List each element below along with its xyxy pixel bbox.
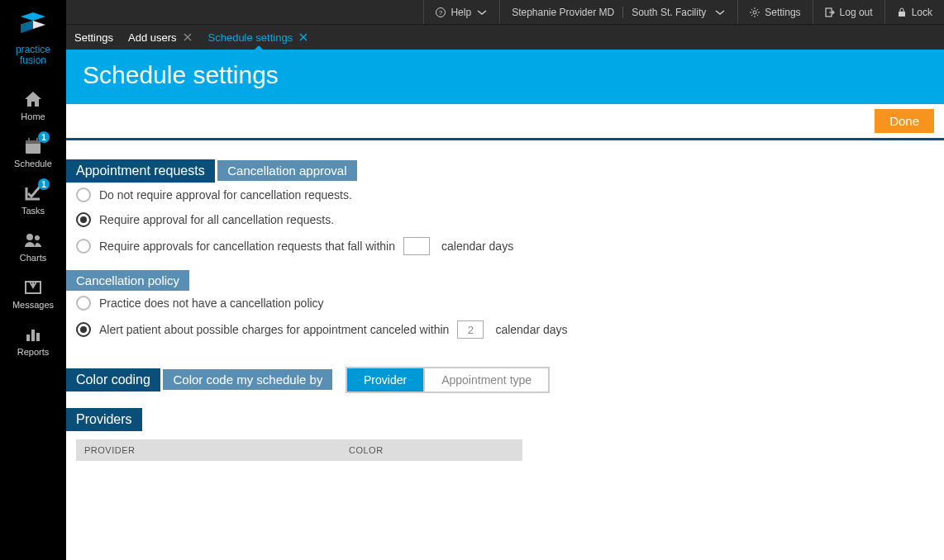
svg-rect-11 bbox=[26, 335, 30, 341]
tab-label: Add users bbox=[128, 31, 177, 44]
badge: 1 bbox=[38, 178, 50, 190]
sidebar-item-label: Home bbox=[21, 112, 45, 121]
sidebar-item-charts[interactable]: Charts bbox=[0, 222, 66, 269]
option-no-approval[interactable]: Do not require approval for cancellation… bbox=[66, 183, 926, 207]
lock-label: Lock bbox=[912, 7, 932, 18]
logout-button[interactable]: Log out bbox=[813, 0, 884, 24]
help-menu[interactable]: ? Help bbox=[423, 0, 499, 24]
svg-marker-0 bbox=[21, 12, 45, 21]
close-icon[interactable] bbox=[182, 31, 193, 43]
section-appointment-requests: Appointment requests bbox=[66, 159, 215, 183]
tab-settings[interactable]: Settings bbox=[74, 25, 113, 50]
lock-icon bbox=[897, 7, 907, 17]
option-label: Require approval for all cancellation re… bbox=[99, 213, 334, 226]
content-scroll[interactable]: Appointment requests Cancellation approv… bbox=[66, 140, 944, 560]
radio-button[interactable] bbox=[76, 322, 91, 337]
logout-label: Log out bbox=[840, 7, 873, 18]
policy-days-input[interactable] bbox=[457, 320, 484, 339]
close-icon[interactable] bbox=[298, 31, 309, 43]
tabbar: Settings Add users Schedule settings bbox=[66, 25, 944, 50]
svg-rect-18 bbox=[899, 12, 905, 17]
radio-button[interactable] bbox=[76, 239, 91, 254]
sidebar-item-home[interactable]: Home bbox=[0, 81, 66, 128]
sidebar-item-messages[interactable]: Messages bbox=[0, 269, 66, 316]
svg-point-16 bbox=[753, 11, 756, 14]
option-label: Require approvals for cancellation reque… bbox=[99, 240, 395, 253]
topbar: ? Help Stephanie Provider MD South St. F… bbox=[66, 0, 944, 25]
gear-icon bbox=[750, 7, 760, 17]
svg-rect-12 bbox=[31, 330, 35, 341]
sidebar-item-label: Tasks bbox=[21, 206, 45, 216]
svg-rect-5 bbox=[28, 138, 30, 142]
option-label: Do not require approval for cancellation… bbox=[99, 188, 352, 202]
section-color-coding: Color coding bbox=[66, 368, 160, 392]
sidebar-item-reports[interactable]: Reports bbox=[0, 316, 66, 363]
action-bar: Done bbox=[66, 104, 944, 140]
chevron-down-icon bbox=[714, 9, 726, 16]
option-alert-patient[interactable]: Alert patient about possible charges for… bbox=[66, 316, 926, 344]
providers-table: PROVIDER COLOR bbox=[76, 439, 522, 461]
toggle-provider[interactable]: Provider bbox=[347, 368, 423, 392]
settings-button[interactable]: Settings bbox=[737, 0, 812, 24]
svg-text:?: ? bbox=[439, 9, 443, 17]
tab-schedule-settings[interactable]: Schedule settings bbox=[208, 25, 310, 50]
user-facility-menu[interactable]: Stephanie Provider MD South St. Facility bbox=[499, 0, 737, 24]
option-label: Practice does not have a cancellation po… bbox=[99, 297, 324, 310]
section-providers: Providers bbox=[66, 408, 142, 431]
subsection-cancellation-approval: Cancellation approval bbox=[217, 160, 356, 181]
sidebar-item-schedule[interactable]: Schedule 1 bbox=[0, 128, 66, 175]
help-icon: ? bbox=[436, 7, 446, 17]
radio-button[interactable] bbox=[76, 212, 91, 227]
sidebar-item-label: Reports bbox=[17, 347, 50, 357]
logout-icon bbox=[825, 7, 835, 17]
svg-point-8 bbox=[35, 235, 40, 240]
option-suffix: calendar days bbox=[441, 240, 513, 253]
done-button[interactable]: Done bbox=[875, 109, 934, 133]
barchart-icon bbox=[23, 325, 43, 344]
radio-button[interactable] bbox=[76, 187, 91, 202]
tab-label: Schedule settings bbox=[208, 31, 293, 44]
subsection-cancellation-policy: Cancellation policy bbox=[66, 270, 189, 291]
tab-label: Settings bbox=[74, 31, 113, 44]
svg-rect-13 bbox=[36, 333, 40, 341]
column-color: COLOR bbox=[341, 439, 522, 461]
help-label: Help bbox=[451, 7, 471, 18]
option-suffix: calendar days bbox=[495, 323, 567, 336]
option-require-approval[interactable]: Require approval for all cancellation re… bbox=[66, 207, 926, 232]
option-no-policy[interactable]: Practice does not have a cancellation po… bbox=[66, 291, 926, 316]
badge: 1 bbox=[38, 131, 50, 143]
option-label: Alert patient about possible charges for… bbox=[99, 323, 449, 336]
radio-button[interactable] bbox=[76, 296, 91, 311]
sidebar-item-label: Messages bbox=[12, 300, 54, 310]
toggle-appointment-type[interactable]: Appointment type bbox=[425, 368, 548, 392]
user-name: Stephanie Provider MD bbox=[512, 7, 614, 18]
inbox-icon bbox=[23, 278, 43, 297]
home-icon bbox=[23, 89, 43, 109]
facility-name: South St. Facility bbox=[632, 7, 706, 18]
table-header-row: PROVIDER COLOR bbox=[76, 439, 522, 461]
color-code-toggle: Provider Appointment type bbox=[346, 367, 550, 393]
svg-marker-2 bbox=[21, 21, 33, 33]
separator bbox=[622, 7, 623, 18]
subsection-color-code-by: Color code my schedule by bbox=[163, 369, 332, 390]
sidebar-item-tasks[interactable]: Tasks 1 bbox=[0, 175, 66, 222]
chevron-down-icon bbox=[476, 9, 488, 16]
column-provider: PROVIDER bbox=[76, 439, 341, 461]
svg-point-7 bbox=[26, 234, 33, 240]
tab-add-users[interactable]: Add users bbox=[128, 25, 193, 50]
settings-label: Settings bbox=[765, 7, 800, 18]
sidebar-item-label: Schedule bbox=[14, 159, 52, 168]
svg-rect-4 bbox=[26, 140, 41, 144]
page-title: Schedule settings bbox=[66, 50, 944, 104]
lock-button[interactable]: Lock bbox=[884, 0, 944, 24]
option-approval-within-days[interactable]: Require approvals for cancellation reque… bbox=[66, 232, 926, 260]
people-icon bbox=[23, 230, 43, 250]
approval-days-input[interactable] bbox=[403, 237, 430, 255]
sidebar: practice fusion Home Schedule 1 Tasks 1 … bbox=[0, 0, 66, 560]
sidebar-item-label: Charts bbox=[20, 253, 46, 263]
brand-logo bbox=[12, 8, 54, 41]
brand-text: practice fusion bbox=[16, 45, 50, 66]
